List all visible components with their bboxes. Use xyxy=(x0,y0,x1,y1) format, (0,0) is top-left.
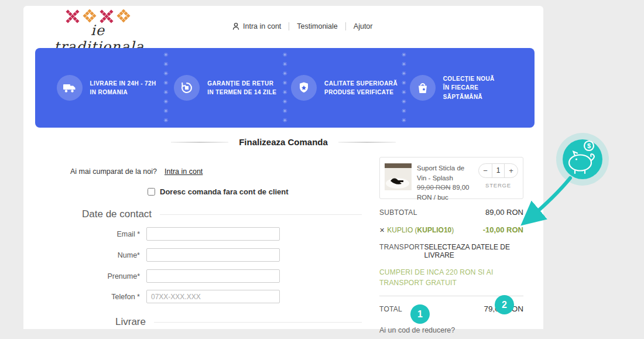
transport-row: TRANSPORT SELECTEAZA DATELE DE LIVRARE xyxy=(379,243,523,259)
shield-icon xyxy=(291,75,317,101)
subtotal-label: SUBTOTAL xyxy=(379,208,417,217)
cross-stitch-diamond-icon xyxy=(82,9,97,23)
shipping-heading-text: Livrare xyxy=(115,316,146,328)
product-info: Suport Sticla de Vin - Splash 99,00 RON … xyxy=(417,163,473,193)
svg-text:$: $ xyxy=(587,142,591,149)
phone-label: Telefon * xyxy=(75,293,146,301)
product-controls: − 1 + STERGE xyxy=(478,163,518,193)
contact-section-heading: Date de contact xyxy=(82,208,362,220)
feature-quality: CALITATE SUPERIOARĂ PRODUSE VERIFICATE xyxy=(291,75,398,101)
feature-delivery-line1: LIVRARE IN 24H - 72H xyxy=(90,79,156,88)
guest-checkout-checkbox[interactable] xyxy=(148,188,155,196)
feature-returns: GARANȚIE DE RETUR IN TERMEN DE 14 ZILE xyxy=(172,75,279,101)
remove-coupon-icon[interactable]: ✕ xyxy=(379,227,385,234)
feature-new-collection-line1: COLECȚIE NOUĂ xyxy=(443,74,517,84)
banner-separator: ✳ ✳ ✳ ✳ ✳ ✳ ✳ ✳ xyxy=(398,50,410,125)
nav-help[interactable]: Ajutor xyxy=(346,22,381,30)
title-divider-left xyxy=(171,142,228,143)
guest-checkout-row: Doresc comanda fara cont de client xyxy=(148,187,289,196)
coupon-applied-row: ✕KUPLIO (KUPLIO10) -10,00 RON xyxy=(379,225,523,234)
coupon-name-prefix: KUPLIO ( xyxy=(387,226,417,234)
nav-testimonials[interactable]: Testimoniale xyxy=(289,22,345,30)
product-old-price: 99,00 RON xyxy=(417,184,451,191)
guest-checkout-label: Doresc comanda fara cont de client xyxy=(160,187,289,196)
login-question: Ai mai cumparat de la noi? xyxy=(70,167,157,176)
feature-new-collection-line2: ÎN FIECARE SĂPTĂMÂNĂ xyxy=(443,83,517,101)
product-price: 99,00 RON 89,00 RON / buc xyxy=(417,183,473,202)
lastname-field[interactable] xyxy=(146,248,280,262)
top-nav: Intra in cont Testimoniale Ajutor xyxy=(224,22,380,30)
phone-field-row: Telefon * xyxy=(75,290,280,303)
page-title: Finalizeaza Comanda xyxy=(239,137,328,147)
feature-delivery-line2: IN ROMANIA xyxy=(90,88,156,97)
quantity-increase-button[interactable]: + xyxy=(505,164,518,177)
checkout-page-card: ie traditionala Intra in cont Testimonia… xyxy=(23,6,543,329)
annotation-badge-2: 2 xyxy=(495,295,514,314)
delete-item-link[interactable]: STERGE xyxy=(485,182,511,189)
truck-icon xyxy=(57,75,83,101)
phone-field[interactable] xyxy=(146,290,280,303)
lastname-field-row: Nume* xyxy=(75,248,280,262)
banner-separator: ✳ ✳ ✳ ✳ ✳ ✳ ✳ ✳ xyxy=(279,50,291,125)
return-icon xyxy=(174,75,200,101)
free-shipping-note: CUMPERI DE INCA 220 RON SI AI TRANSPORT … xyxy=(379,267,523,288)
email-field-row: Email * xyxy=(75,227,280,241)
transport-label: TRANSPORT xyxy=(379,243,424,251)
firstname-field[interactable] xyxy=(146,269,280,283)
page-title-row: Finalizeaza Comanda xyxy=(23,137,543,147)
email-field[interactable] xyxy=(146,227,280,241)
transport-value: SELECTEAZA DATELE DE LIVRARE xyxy=(424,243,524,259)
bag-icon xyxy=(410,75,436,101)
cross-stitch-diamond-icon xyxy=(116,9,131,23)
email-label: Email * xyxy=(75,230,146,238)
feature-returns-line2: IN TERMEN DE 14 ZILE xyxy=(207,88,276,97)
product-thumbnail xyxy=(385,163,412,190)
coupon-question: Ai un cod de reducere? xyxy=(379,326,523,334)
nav-login[interactable]: Intra in cont xyxy=(224,22,289,30)
shipping-heading-line xyxy=(154,322,362,323)
firstname-label: Prenume* xyxy=(75,272,146,280)
cross-stitch-x-icon xyxy=(99,9,114,23)
product-name[interactable]: Suport Sticla de Vin - Splash xyxy=(417,163,473,183)
person-icon xyxy=(232,22,240,30)
quantity-decrease-button[interactable]: − xyxy=(479,164,492,177)
feature-new-collection: COLECȚIE NOUĂ ÎN FIECARE SĂPTĂMÂNĂ xyxy=(410,74,517,102)
nav-login-label: Intra in cont xyxy=(243,22,281,30)
subtotal-row: SUBTOTAL 89,00 RON xyxy=(379,208,523,217)
login-row: Ai mai cumparat de la noi? Intra in cont xyxy=(70,167,203,176)
coupon-discount-value: -10,00 RON xyxy=(483,225,523,234)
quantity-stepper: − 1 + xyxy=(478,163,518,178)
coupon-code: KUPLIO10 xyxy=(417,226,452,234)
subtotal-value: 89,00 RON xyxy=(485,208,523,217)
logo-cross-stitch-motifs xyxy=(54,9,142,23)
piggy-bank-icon: $ xyxy=(556,133,609,186)
lastname-label: Nume* xyxy=(75,251,146,259)
benefits-banner: LIVRARE IN 24H - 72H IN ROMANIA ✳ ✳ ✳ ✳ … xyxy=(35,48,535,128)
firstname-field-row: Prenume* xyxy=(75,269,280,283)
feature-delivery: LIVRARE IN 24H - 72H IN ROMANIA xyxy=(53,75,160,101)
title-divider-right xyxy=(338,142,396,143)
nav-help-label: Ajutor xyxy=(354,22,373,30)
contact-heading-line xyxy=(160,214,362,215)
cart-product-row: Suport Sticla de Vin - Splash 99,00 RON … xyxy=(379,157,523,199)
contact-heading-text: Date de contact xyxy=(82,208,152,220)
coupon-applied-label: ✕KUPLIO (KUPLIO10) xyxy=(379,226,454,234)
annotation-badge-1: 1 xyxy=(410,304,430,324)
coupon-name-suffix: ) xyxy=(451,226,454,234)
feature-returns-line1: GARANȚIE DE RETUR xyxy=(207,79,276,88)
banner-separator: ✳ ✳ ✳ ✳ ✳ ✳ ✳ ✳ xyxy=(160,50,172,125)
login-link[interactable]: Intra in cont xyxy=(165,167,203,176)
feature-quality-line2: PRODUSE VERIFICATE xyxy=(324,88,398,97)
shipping-section-heading: Livrare xyxy=(115,316,362,328)
total-label: TOTAL xyxy=(379,305,402,313)
cross-stitch-x-icon xyxy=(65,9,80,23)
nav-testimonials-label: Testimoniale xyxy=(297,22,337,30)
feature-quality-line1: CALITATE SUPERIOARĂ xyxy=(324,79,398,88)
quantity-value[interactable]: 1 xyxy=(492,164,505,177)
